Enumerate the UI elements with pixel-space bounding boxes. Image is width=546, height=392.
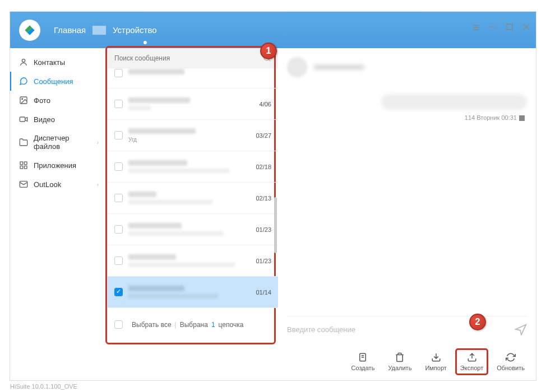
create-icon xyxy=(358,352,368,362)
refresh-icon xyxy=(506,352,516,362)
checkbox[interactable] xyxy=(114,131,123,139)
message-list-pane: 4/06 Угд03/27 02/18 02/13 01/23 01/23 01… xyxy=(108,48,278,380)
checkbox[interactable] xyxy=(114,288,123,296)
svg-rect-12 xyxy=(24,162,27,165)
refresh-button[interactable]: Обновить xyxy=(497,352,525,371)
export-button[interactable]: Экспорт xyxy=(455,348,488,375)
minimize-icon[interactable] xyxy=(489,23,497,31)
avatar xyxy=(287,57,307,77)
svg-rect-11 xyxy=(20,162,23,165)
menu-icon[interactable] xyxy=(472,23,480,31)
toolbar-label: Обновить xyxy=(497,365,525,371)
version-text: HiSuite 10.0.1.100_OVE xyxy=(10,383,77,390)
toolbar-label: Создать xyxy=(351,365,375,371)
close-icon[interactable] xyxy=(522,23,530,31)
nav-home[interactable]: Главная xyxy=(47,25,92,35)
message-item[interactable]: 01/23 xyxy=(108,214,278,245)
contact-header xyxy=(287,57,527,77)
checkbox[interactable] xyxy=(114,225,123,234)
sidebar-item-photo[interactable]: Фото xyxy=(10,91,108,110)
svg-rect-4 xyxy=(507,24,512,30)
toolbar: Создать Удалить Импорт Экспорт Обновить xyxy=(351,352,525,371)
sidebar-item-messages[interactable]: Сообщения xyxy=(10,72,108,91)
message-meta: 114 Вторник 00:31 xyxy=(287,114,527,121)
sidebar-item-apps[interactable]: Приложения xyxy=(10,156,108,175)
toolbar-label: Импорт xyxy=(425,365,446,371)
app-window: Главная Устройство Контакты Сообщения Фо… xyxy=(10,11,536,381)
svg-rect-13 xyxy=(24,166,27,169)
sidebar-item-outlook[interactable]: OutLook › xyxy=(10,175,108,194)
status-icon xyxy=(519,115,525,121)
message-detail: 114 Вторник 00:31 Введите сообщение Созд… xyxy=(278,48,536,380)
toolbar-label: Удалить xyxy=(388,365,411,371)
device-indicator xyxy=(144,41,147,44)
apps-icon xyxy=(19,161,28,170)
message-date: 02/18 xyxy=(256,164,271,170)
message-list[interactable]: 4/06 Угд03/27 02/18 02/13 01/23 01/23 01… xyxy=(108,68,278,315)
sidebar-item-contacts[interactable]: Контакты xyxy=(10,53,108,72)
outlook-icon xyxy=(19,180,28,189)
message-date: 01/23 xyxy=(256,226,271,233)
message-item[interactable]: 01/05 xyxy=(108,308,278,315)
sidebar-item-label: Диспетчер файлов xyxy=(34,134,91,151)
contacts-icon xyxy=(19,58,28,67)
message-bubble xyxy=(381,94,527,110)
message-date: 01/23 xyxy=(256,258,271,264)
sidebar-item-video[interactable]: Видео xyxy=(10,110,108,129)
scrollbar-thumb[interactable] xyxy=(274,197,277,253)
photo-icon xyxy=(19,96,28,105)
files-icon xyxy=(19,138,28,147)
message-item[interactable]: 02/18 xyxy=(108,151,278,183)
message-item[interactable]: 01/14 xyxy=(108,277,278,308)
message-input-row: Введите сообщение xyxy=(287,316,527,335)
sidebar-item-label: Контакты xyxy=(34,58,65,67)
sidebar-item-label: Приложения xyxy=(34,161,76,170)
chevron-right-icon: › xyxy=(97,181,99,188)
checkbox[interactable] xyxy=(114,194,123,202)
header: Главная Устройство xyxy=(10,12,536,48)
checkbox[interactable] xyxy=(114,162,123,171)
sidebar: Контакты Сообщения Фото Видео Диспетчер … xyxy=(10,48,108,380)
chevron-right-icon: › xyxy=(97,139,99,146)
checkbox[interactable] xyxy=(114,256,123,265)
message-date: 02/13 xyxy=(256,195,271,202)
svg-point-9 xyxy=(22,99,23,100)
annotation-badge-2: 2 xyxy=(469,314,486,330)
checkbox[interactable] xyxy=(114,69,123,77)
message-item[interactable] xyxy=(108,68,278,88)
message-date: 03/27 xyxy=(256,132,271,139)
sidebar-item-label: Сообщения xyxy=(34,77,73,86)
message-item[interactable]: 01/23 xyxy=(108,245,278,277)
nav-device[interactable]: Устройство xyxy=(106,25,163,35)
svg-point-7 xyxy=(22,59,25,62)
delete-button[interactable]: Удалить xyxy=(388,352,411,371)
header-nav: Главная Устройство xyxy=(47,25,164,35)
trash-icon xyxy=(395,352,405,362)
video-icon xyxy=(19,115,28,124)
toolbar-label: Экспорт xyxy=(460,365,483,371)
svg-rect-14 xyxy=(20,166,23,169)
export-icon xyxy=(467,352,477,362)
import-button[interactable]: Импорт xyxy=(425,352,446,371)
send-icon[interactable] xyxy=(515,323,527,335)
maximize-icon[interactable] xyxy=(506,23,513,31)
message-item[interactable]: 4/06 xyxy=(108,88,278,120)
message-preview: Угд xyxy=(128,137,251,143)
sidebar-item-label: OutLook xyxy=(34,180,61,189)
message-date: 4/06 xyxy=(260,101,271,108)
import-icon xyxy=(431,352,441,362)
svg-rect-10 xyxy=(20,117,25,122)
message-item[interactable]: 02/13 xyxy=(108,183,278,214)
create-button[interactable]: Создать xyxy=(351,352,375,371)
contact-name xyxy=(314,64,364,70)
sidebar-item-files[interactable]: Диспетчер файлов › xyxy=(10,129,108,156)
nav-separator xyxy=(92,26,106,35)
sidebar-item-label: Фото xyxy=(34,96,50,105)
messages-icon xyxy=(19,77,28,86)
app-logo xyxy=(19,20,40,41)
checkbox[interactable] xyxy=(114,100,123,108)
message-date: 01/14 xyxy=(256,289,271,296)
sidebar-item-label: Видео xyxy=(34,115,55,124)
annotation-badge-1: 1 xyxy=(260,43,277,59)
message-item[interactable]: Угд03/27 xyxy=(108,120,278,151)
